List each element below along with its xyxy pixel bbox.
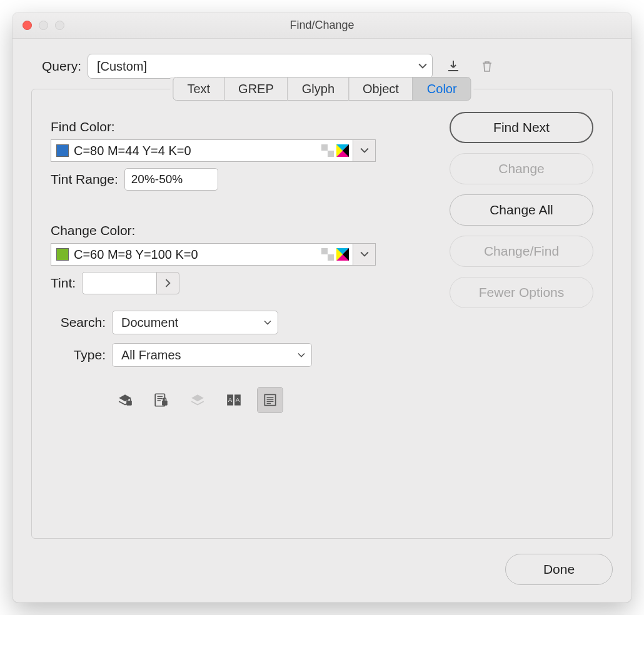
query-dropdown[interactable]: [Custom] bbox=[88, 54, 433, 79]
find-next-button[interactable]: Find Next bbox=[450, 112, 593, 143]
svg-text:A: A bbox=[228, 396, 233, 403]
find-color-name: C=80 M=44 Y=4 K=0 bbox=[74, 144, 191, 158]
window-title: Find/Change bbox=[13, 19, 631, 32]
change-color-dropdown[interactable] bbox=[353, 243, 376, 266]
done-button[interactable]: Done bbox=[505, 554, 613, 585]
titlebar: Find/Change bbox=[13, 12, 631, 39]
chevron-down-icon bbox=[264, 320, 271, 326]
tab-strip: Text GREP Glyph Object Color bbox=[170, 77, 473, 101]
locked-stories-icon[interactable] bbox=[148, 387, 174, 413]
find-color-field[interactable]: C=80 M=44 Y=4 K=0 bbox=[51, 139, 353, 162]
tint-range-label: Tint Range: bbox=[51, 172, 118, 187]
find-change-window: Find/Change Query: [Custom] Text GREP Gl… bbox=[13, 12, 631, 602]
query-value: [Custom] bbox=[97, 59, 147, 74]
tint-field[interactable] bbox=[82, 272, 157, 294]
hidden-layers-icon[interactable] bbox=[184, 387, 211, 413]
tab-color[interactable]: Color bbox=[413, 77, 471, 101]
svg-text:A: A bbox=[236, 396, 240, 403]
delete-query-icon[interactable] bbox=[478, 57, 496, 76]
tint-stepper[interactable] bbox=[157, 272, 179, 294]
svg-rect-2 bbox=[328, 151, 334, 157]
svg-rect-14 bbox=[126, 401, 132, 406]
svg-rect-1 bbox=[321, 144, 328, 151]
options-group: Text GREP Glyph Object Color Find Color:… bbox=[31, 89, 613, 539]
query-label: Query: bbox=[31, 59, 81, 74]
change-find-button: Change/Find bbox=[450, 236, 593, 267]
change-color-field[interactable]: C=60 M=8 Y=100 K=0 bbox=[51, 243, 353, 266]
tint-label: Tint: bbox=[51, 276, 76, 291]
type-value: All Frames bbox=[121, 348, 181, 362]
footnotes-icon[interactable] bbox=[257, 387, 283, 413]
change-color-label: Change Color: bbox=[51, 223, 431, 238]
transparency-icon bbox=[321, 248, 334, 261]
tab-grep[interactable]: GREP bbox=[224, 77, 288, 101]
locked-layers-icon[interactable] bbox=[112, 387, 138, 413]
svg-rect-9 bbox=[328, 254, 334, 261]
find-color-label: Find Color: bbox=[51, 119, 431, 134]
find-color-dropdown[interactable] bbox=[353, 139, 376, 162]
search-value: Document bbox=[121, 316, 178, 330]
search-dropdown[interactable]: Document bbox=[112, 311, 278, 334]
save-query-icon[interactable] bbox=[444, 57, 463, 76]
type-label: Type: bbox=[51, 348, 106, 362]
tab-object[interactable]: Object bbox=[348, 77, 413, 101]
change-all-button[interactable]: Change All bbox=[450, 194, 593, 226]
color-mode-cmyk-icon bbox=[336, 248, 349, 261]
tab-text[interactable]: Text bbox=[173, 77, 224, 101]
search-label: Search: bbox=[51, 315, 106, 330]
type-dropdown[interactable]: All Frames bbox=[112, 343, 312, 367]
color-mode-cmyk-icon bbox=[336, 144, 349, 157]
tint-range-field[interactable]: 20%-50% bbox=[124, 168, 218, 191]
tint-range-value: 20%-50% bbox=[131, 172, 183, 186]
master-pages-icon[interactable]: AA bbox=[221, 387, 247, 413]
change-color-name: C=60 M=8 Y=100 K=0 bbox=[74, 248, 198, 262]
chevron-down-icon bbox=[298, 352, 305, 358]
find-color-swatch-icon bbox=[56, 144, 69, 157]
svg-rect-16 bbox=[162, 401, 168, 406]
change-color-swatch-icon bbox=[56, 248, 69, 261]
fewer-options-button: Fewer Options bbox=[450, 277, 593, 308]
tab-glyph[interactable]: Glyph bbox=[288, 77, 349, 101]
chevron-down-icon bbox=[418, 63, 427, 69]
transparency-icon bbox=[321, 144, 334, 157]
svg-rect-8 bbox=[321, 248, 328, 254]
change-button: Change bbox=[450, 153, 593, 184]
